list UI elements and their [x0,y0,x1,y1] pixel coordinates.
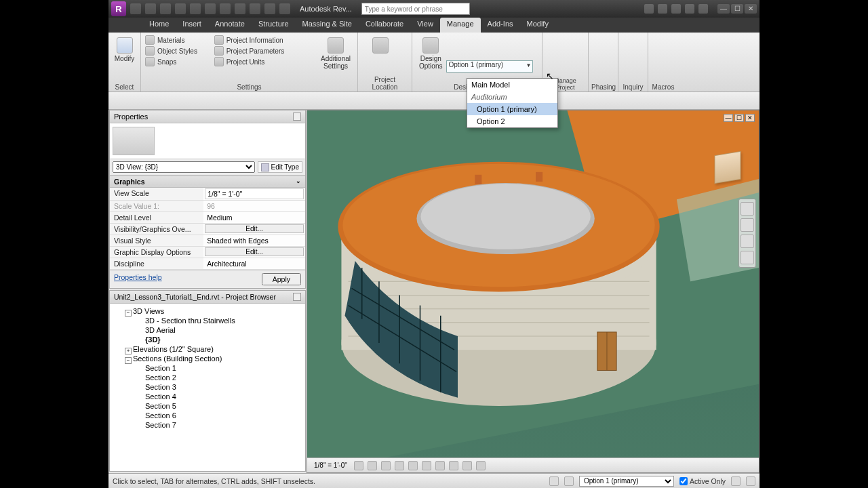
qat-undo-icon[interactable] [160,3,171,14]
modify-button[interactable]: Modify [111,35,138,65]
view-minimize-button[interactable]: — [724,114,733,122]
phase-settings-icon[interactable] [598,52,609,63]
tree-category[interactable]: 3D Views [122,306,304,316]
tree-view-item[interactable]: 3D - Section thru Stairwells [134,316,304,325]
tree-view-item[interactable]: Section 7 [134,420,304,430]
type-selector[interactable]: 3D View: {3D} [113,161,255,173]
design-options-button[interactable]: Design Options [415,35,446,79]
project-params-button[interactable]: Project Parameters [213,45,302,56]
qat-section-icon[interactable] [264,3,275,14]
property-value[interactable]: Architectural [203,258,305,269]
pick-to-edit-icon[interactable] [446,48,456,58]
view-scale-display[interactable]: 1/8" = 1'-0" [311,462,350,469]
property-value[interactable]: Shaded with Edges [203,235,305,246]
tab-insert[interactable]: Insert [176,18,208,33]
app-menu-icon[interactable]: R [111,1,126,16]
extra-settings-icon-3[interactable] [302,60,311,70]
property-value[interactable]: 96 [203,201,305,211]
close-button[interactable]: ✕ [745,4,757,14]
qat-sync-icon[interactable] [279,3,290,14]
phases-icon[interactable] [598,37,609,48]
coordinates-icon[interactable] [393,48,402,58]
filter-icon[interactable] [731,476,741,486]
qat-text-icon[interactable] [220,3,231,14]
tree-view-item[interactable]: Section 1 [134,363,304,373]
tab-structure[interactable]: Structure [252,18,296,33]
design-option-dropdown[interactable]: Main ModelAuditoriumOption 1 (primary)Op… [467,78,558,128]
manage-images-icon[interactable] [560,51,571,62]
temporary-hide-icon[interactable] [462,461,472,470]
apply-button[interactable]: Apply [262,273,301,285]
comm-icon[interactable] [671,4,681,14]
minimize-button[interactable]: — [717,4,730,14]
design-option-selector[interactable]: Option 1 (primary) ▼ [446,60,533,73]
tree-view-item[interactable]: Section 3 [134,382,304,392]
qat-measure-icon[interactable] [205,3,216,14]
warnings-icon[interactable] [628,52,639,63]
property-value[interactable]: Edit... [203,224,305,235]
macro-manager-icon[interactable] [658,37,669,48]
search-input[interactable] [361,3,470,15]
tab-manage[interactable]: Manage [440,18,481,33]
tree-category[interactable]: Elevations (1/2" Square) [122,344,304,354]
crop-region-icon[interactable] [435,461,445,470]
reveal-hidden-icon[interactable] [476,461,486,470]
pin-icon[interactable] [293,113,301,121]
extra-settings-icon-2[interactable] [302,48,311,58]
tree-view-item[interactable]: {3D} [134,335,304,344]
zoom-icon[interactable] [741,235,754,248]
add-to-set-icon[interactable] [446,36,456,45]
tab-view[interactable]: View [410,18,440,33]
ids-icon[interactable] [628,37,639,48]
location-button[interactable] [368,35,393,75]
dropdown-item[interactable]: Main Model [467,79,557,91]
tab-modify[interactable]: Modify [520,18,555,33]
editable-only-icon[interactable] [564,476,574,486]
orbit-icon[interactable] [741,251,754,264]
qat-open-icon[interactable] [130,3,141,14]
project-info-button[interactable]: Project Information [213,35,302,45]
tree-view-item[interactable]: 3D Aerial [134,325,304,335]
qat-dim-icon[interactable] [235,3,245,14]
manage-links-icon[interactable] [560,37,571,48]
qat-redo-icon[interactable] [175,3,186,14]
active-only-checkbox[interactable]: Active Only [679,477,726,485]
qat-print-icon[interactable] [190,3,201,14]
graphics-section-header[interactable]: Graphics ⌄ [110,176,305,188]
position-icon[interactable] [393,36,402,45]
edit-type-button[interactable]: Edit Type [258,161,302,173]
browser-header[interactable]: Unit2_Lesson3_Tutorial1_End.rvt - Projec… [110,291,305,304]
workset-icon[interactable] [549,476,559,486]
rendering-icon[interactable] [408,461,418,470]
qat-3d-icon[interactable] [250,3,260,14]
dropdown-item[interactable]: Option 2 [467,115,557,127]
exclude-icon[interactable] [746,476,755,486]
object-styles-button[interactable]: Object Styles [144,45,213,56]
sun-path-icon[interactable] [381,461,391,470]
view-close-button[interactable]: ✕ [745,114,755,122]
view-maximize-button[interactable]: ☐ [734,114,744,122]
infocenter-search[interactable] [361,3,470,15]
lock-3d-icon[interactable] [449,461,458,470]
extra-settings-icon-1[interactable] [302,36,311,45]
search-go-icon[interactable] [644,4,654,14]
property-value[interactable]: Medium [203,212,305,223]
macro-security-icon[interactable] [658,52,669,63]
dropdown-item[interactable]: Option 1 (primary) [467,103,557,115]
tree-view-item[interactable]: Section 2 [134,373,304,382]
tree-category[interactable]: Sections (Building Section) [122,354,304,363]
tab-annotate[interactable]: Annotate [208,18,252,33]
materials-button[interactable]: Materials [144,35,213,45]
status-design-option-selector[interactable]: Option 1 (primary) [579,476,674,487]
project-units-button[interactable]: Project Units [213,56,302,67]
viewport-3d[interactable]: — ☐ ✕ [307,110,760,473]
tab-massing-site[interactable]: Massing & Site [296,18,359,33]
maximize-button[interactable]: ☐ [731,4,743,14]
favorites-icon[interactable] [685,4,694,14]
help-icon[interactable] [698,4,708,14]
tab-add-ins[interactable]: Add-Ins [481,18,520,33]
property-value[interactable]: Edit... [203,247,305,258]
tab-home[interactable]: Home [142,18,176,33]
additional-settings-button[interactable]: Additional Settings [317,35,355,79]
steering-wheel-icon[interactable] [741,202,754,216]
